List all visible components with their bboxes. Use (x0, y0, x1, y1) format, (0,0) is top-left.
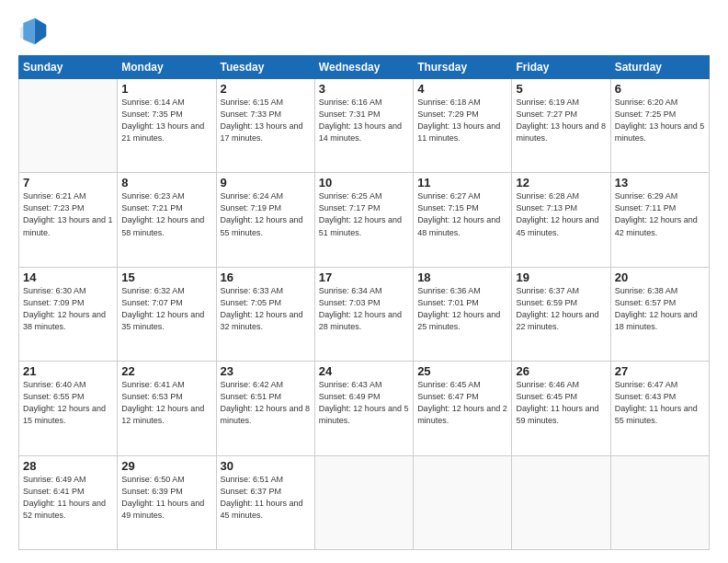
weekday-header: Saturday (610, 56, 709, 79)
calendar-cell: 17Sunrise: 6:34 AM Sunset: 7:03 PM Dayli… (314, 267, 413, 361)
day-number: 30 (221, 459, 311, 473)
weekday-header: Sunday (19, 56, 118, 79)
day-number: 12 (516, 176, 606, 190)
day-info: Sunrise: 6:42 AM Sunset: 6:51 PM Dayligh… (221, 379, 311, 427)
day-number: 27 (615, 364, 705, 378)
day-number: 29 (121, 459, 211, 473)
calendar-week-row: 21Sunrise: 6:40 AM Sunset: 6:55 PM Dayli… (19, 362, 710, 455)
day-info: Sunrise: 6:45 AM Sunset: 6:47 PM Dayligh… (417, 379, 507, 427)
calendar-cell: 19Sunrise: 6:37 AM Sunset: 6:59 PM Dayli… (512, 267, 610, 361)
day-info: Sunrise: 6:28 AM Sunset: 7:13 PM Dayligh… (516, 190, 606, 238)
calendar-cell: 27Sunrise: 6:47 AM Sunset: 6:43 PM Dayli… (610, 362, 709, 455)
calendar-cell: 21Sunrise: 6:40 AM Sunset: 6:55 PM Dayli… (19, 362, 118, 455)
day-number: 4 (417, 82, 507, 96)
calendar-cell (414, 455, 512, 549)
calendar-cell: 22Sunrise: 6:41 AM Sunset: 6:53 PM Dayli… (118, 362, 216, 455)
day-info: Sunrise: 6:20 AM Sunset: 7:25 PM Dayligh… (615, 97, 705, 144)
day-info: Sunrise: 6:23 AM Sunset: 7:21 PM Dayligh… (121, 190, 211, 238)
day-number: 3 (319, 82, 409, 96)
day-number: 5 (516, 82, 606, 96)
calendar-cell (512, 455, 610, 549)
weekday-header: Wednesday (314, 56, 413, 79)
calendar-table: SundayMondayTuesdayWednesdayThursdayFrid… (18, 55, 710, 550)
calendar-cell: 25Sunrise: 6:45 AM Sunset: 6:47 PM Dayli… (414, 362, 512, 455)
day-number: 22 (121, 364, 211, 378)
day-info: Sunrise: 6:50 AM Sunset: 6:39 PM Dayligh… (121, 474, 211, 522)
day-info: Sunrise: 6:30 AM Sunset: 7:09 PM Dayligh… (23, 285, 113, 333)
logo (18, 17, 51, 46)
day-info: Sunrise: 6:47 AM Sunset: 6:43 PM Dayligh… (615, 379, 705, 427)
calendar-cell: 26Sunrise: 6:46 AM Sunset: 6:45 PM Dayli… (512, 362, 610, 455)
calendar-cell (610, 455, 709, 549)
calendar-cell (19, 79, 118, 173)
day-number: 14 (23, 270, 113, 284)
calendar-cell: 29Sunrise: 6:50 AM Sunset: 6:39 PM Dayli… (118, 455, 216, 549)
calendar-week-row: 28Sunrise: 6:49 AM Sunset: 6:41 PM Dayli… (19, 455, 710, 549)
day-info: Sunrise: 6:46 AM Sunset: 6:45 PM Dayligh… (516, 379, 606, 427)
calendar-cell: 8Sunrise: 6:23 AM Sunset: 7:21 PM Daylig… (118, 173, 216, 267)
day-number: 2 (221, 82, 311, 96)
day-number: 18 (417, 270, 507, 284)
day-number: 8 (121, 176, 211, 190)
calendar-cell: 3Sunrise: 6:16 AM Sunset: 7:31 PM Daylig… (314, 79, 413, 173)
weekday-row: SundayMondayTuesdayWednesdayThursdayFrid… (19, 56, 710, 79)
day-number: 10 (319, 176, 409, 190)
calendar-cell: 5Sunrise: 6:19 AM Sunset: 7:27 PM Daylig… (512, 79, 610, 173)
day-number: 13 (615, 176, 705, 190)
day-number: 9 (221, 176, 311, 190)
day-info: Sunrise: 6:51 AM Sunset: 6:37 PM Dayligh… (221, 474, 311, 522)
weekday-header: Thursday (414, 56, 512, 79)
weekday-header: Friday (512, 56, 610, 79)
calendar-cell: 11Sunrise: 6:27 AM Sunset: 7:15 PM Dayli… (414, 173, 512, 267)
day-number: 24 (319, 364, 409, 378)
calendar-cell: 16Sunrise: 6:33 AM Sunset: 7:05 PM Dayli… (216, 267, 314, 361)
weekday-header: Tuesday (216, 56, 314, 79)
day-number: 16 (221, 270, 311, 284)
calendar-cell: 10Sunrise: 6:25 AM Sunset: 7:17 PM Dayli… (314, 173, 413, 267)
day-info: Sunrise: 6:16 AM Sunset: 7:31 PM Dayligh… (319, 97, 409, 144)
calendar-cell: 1Sunrise: 6:14 AM Sunset: 7:35 PM Daylig… (118, 79, 216, 173)
day-info: Sunrise: 6:29 AM Sunset: 7:11 PM Dayligh… (615, 190, 705, 238)
calendar-cell: 28Sunrise: 6:49 AM Sunset: 6:41 PM Dayli… (19, 455, 118, 549)
calendar-cell: 13Sunrise: 6:29 AM Sunset: 7:11 PM Dayli… (610, 173, 709, 267)
day-info: Sunrise: 6:24 AM Sunset: 7:19 PM Dayligh… (221, 190, 311, 238)
day-info: Sunrise: 6:33 AM Sunset: 7:05 PM Dayligh… (221, 285, 311, 333)
calendar-week-row: 1Sunrise: 6:14 AM Sunset: 7:35 PM Daylig… (19, 79, 710, 173)
calendar-cell: 23Sunrise: 6:42 AM Sunset: 6:51 PM Dayli… (216, 362, 314, 455)
calendar-header: SundayMondayTuesdayWednesdayThursdayFrid… (19, 56, 710, 79)
calendar-week-row: 7Sunrise: 6:21 AM Sunset: 7:23 PM Daylig… (19, 173, 710, 267)
calendar-cell: 14Sunrise: 6:30 AM Sunset: 7:09 PM Dayli… (19, 267, 118, 361)
day-number: 20 (615, 270, 705, 284)
day-number: 15 (121, 270, 211, 284)
calendar-cell: 24Sunrise: 6:43 AM Sunset: 6:49 PM Dayli… (314, 362, 413, 455)
calendar-cell: 2Sunrise: 6:15 AM Sunset: 7:33 PM Daylig… (216, 79, 314, 173)
day-number: 28 (23, 459, 113, 473)
page-header (18, 17, 710, 46)
logo-icon (18, 17, 48, 46)
day-number: 7 (23, 176, 113, 190)
day-info: Sunrise: 6:19 AM Sunset: 7:27 PM Dayligh… (516, 97, 606, 144)
day-info: Sunrise: 6:18 AM Sunset: 7:29 PM Dayligh… (417, 97, 507, 144)
calendar-cell: 7Sunrise: 6:21 AM Sunset: 7:23 PM Daylig… (19, 173, 118, 267)
calendar-cell (314, 455, 413, 549)
day-number: 23 (221, 364, 311, 378)
day-info: Sunrise: 6:49 AM Sunset: 6:41 PM Dayligh… (23, 474, 113, 522)
calendar-cell: 4Sunrise: 6:18 AM Sunset: 7:29 PM Daylig… (414, 79, 512, 173)
day-info: Sunrise: 6:38 AM Sunset: 6:57 PM Dayligh… (615, 285, 705, 333)
day-info: Sunrise: 6:21 AM Sunset: 7:23 PM Dayligh… (23, 190, 113, 238)
day-number: 21 (23, 364, 113, 378)
calendar-cell: 18Sunrise: 6:36 AM Sunset: 7:01 PM Dayli… (414, 267, 512, 361)
day-info: Sunrise: 6:15 AM Sunset: 7:33 PM Dayligh… (221, 97, 311, 144)
calendar-cell: 30Sunrise: 6:51 AM Sunset: 6:37 PM Dayli… (216, 455, 314, 549)
day-number: 19 (516, 270, 606, 284)
calendar-body: 1Sunrise: 6:14 AM Sunset: 7:35 PM Daylig… (19, 79, 710, 550)
day-info: Sunrise: 6:25 AM Sunset: 7:17 PM Dayligh… (319, 190, 409, 238)
day-info: Sunrise: 6:14 AM Sunset: 7:35 PM Dayligh… (121, 97, 211, 144)
day-info: Sunrise: 6:32 AM Sunset: 7:07 PM Dayligh… (121, 285, 211, 333)
calendar-week-row: 14Sunrise: 6:30 AM Sunset: 7:09 PM Dayli… (19, 267, 710, 361)
day-number: 1 (121, 82, 211, 96)
day-number: 26 (516, 364, 606, 378)
day-info: Sunrise: 6:34 AM Sunset: 7:03 PM Dayligh… (319, 285, 409, 333)
weekday-header: Monday (118, 56, 216, 79)
day-number: 11 (417, 176, 507, 190)
